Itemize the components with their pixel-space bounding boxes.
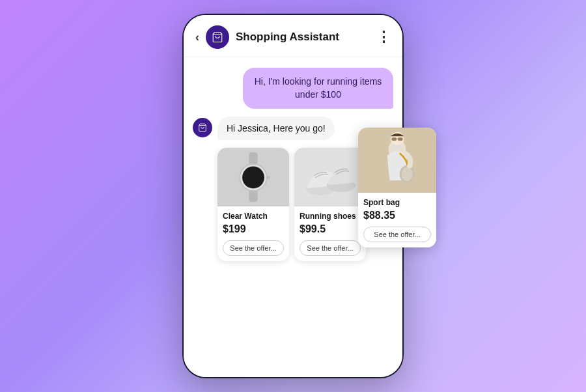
svg-rect-12 <box>391 137 397 141</box>
bot-cart-icon <box>198 123 207 132</box>
svg-point-16 <box>402 167 413 181</box>
shoes-illustration <box>301 153 359 202</box>
chat-header: ‹ Shopping Assistant ⋮ <box>184 15 402 57</box>
svg-rect-13 <box>398 137 403 141</box>
phone-wrapper: ‹ Shopping Assistant ⋮ Hi, I'm looking f… <box>156 10 430 382</box>
shoes-name: Running shoes <box>300 212 361 221</box>
user-message-bubble: Hi, I'm looking for running items under … <box>243 68 393 109</box>
product-card-shoes: Running shoes $99.5 See the offer... <box>294 148 366 261</box>
svg-point-5 <box>242 167 264 189</box>
sport-bag-name: Sport bag <box>363 198 431 207</box>
back-button[interactable]: ‹ <box>195 31 199 43</box>
watch-price: $199 <box>223 223 284 235</box>
watch-image <box>217 148 289 206</box>
bot-avatar <box>193 118 212 137</box>
shoes-product-info: Running shoes $99.5 See the offer... <box>294 206 366 261</box>
floating-product-card: Sport bag $88.35 See the offer... <box>358 128 436 247</box>
svg-rect-2 <box>249 152 257 165</box>
svg-rect-6 <box>267 176 270 180</box>
sport-bag-offer-button[interactable]: See the offer... <box>363 227 431 242</box>
header-title: Shopping Assistant <box>236 31 370 44</box>
person-illustration <box>371 128 423 193</box>
more-options-button[interactable]: ⋮ <box>376 29 391 46</box>
watch-name: Clear Watch <box>223 212 284 221</box>
shoes-offer-button[interactable]: See the offer... <box>300 240 361 256</box>
shoes-image <box>294 148 366 206</box>
sport-bag-info: Sport bag $88.35 See the offer... <box>358 193 436 247</box>
cart-icon <box>212 31 223 43</box>
watch-offer-button[interactable]: See the offer... <box>223 240 284 256</box>
product-card-watch: Clear Watch $199 See the offer... <box>217 148 289 261</box>
watch-product-info: Clear Watch $199 See the offer... <box>217 206 289 261</box>
shoes-price: $99.5 <box>300 223 361 235</box>
sport-bag-price: $88.35 <box>363 210 431 221</box>
assistant-avatar <box>206 25 229 49</box>
bot-greeting-bubble: Hi Jessica, Here you go! <box>217 117 335 140</box>
watch-illustration <box>230 151 276 203</box>
sport-bag-image <box>358 128 436 193</box>
